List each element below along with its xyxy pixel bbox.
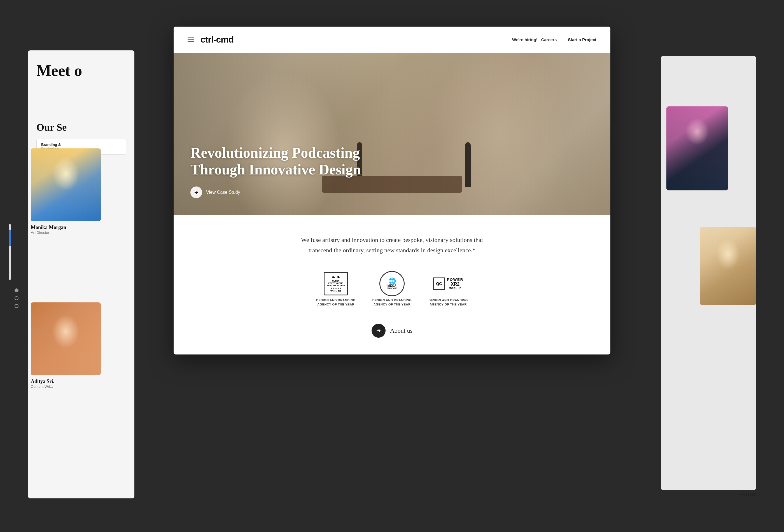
xr2-label: XR2 xyxy=(447,282,464,287)
nav-start-project[interactable]: Start a Project xyxy=(568,37,596,42)
badge-stars: ★★★★★ xyxy=(327,287,345,290)
hero-cta-button[interactable]: View Case Study xyxy=(190,187,364,198)
tagline: We fuse artistry and innovation to creat… xyxy=(294,235,490,256)
scroll-indicator[interactable] xyxy=(9,224,11,280)
person-photo-2 xyxy=(31,302,101,375)
nav-careers[interactable]: We're hiring! Careers xyxy=(512,37,557,42)
hero-section: Revolutionizing Podcasting Through Innov… xyxy=(174,53,610,215)
award-badge-1: ❧ ❧ ULTRAPRESTIGIOUSBEST OF WORLD ★★★★★ … xyxy=(320,273,352,295)
laurel-icon: ❧ ❧ xyxy=(327,275,345,279)
award-badge-3: QC POWER XR2 MODULE xyxy=(433,273,464,295)
person-name-2: Aditya Sri. xyxy=(31,379,101,385)
hero-cta-circle xyxy=(190,187,202,198)
module-label: MODULE xyxy=(447,287,464,289)
person-card-1: Monika Morgan Art Director xyxy=(31,148,101,235)
right-person-photo-1 xyxy=(666,106,728,190)
dot-3[interactable] xyxy=(15,304,19,308)
person-role-1: Art Director xyxy=(31,230,101,235)
award-label-1: DESIGN AND BRANDING AGENCY OF THE YEAR xyxy=(316,298,356,307)
hero-content: Revolutionizing Podcasting Through Innov… xyxy=(190,144,364,198)
arrow-right-icon-about xyxy=(376,328,381,334)
arrow-right-icon xyxy=(194,190,199,195)
meet-heading: Meet o xyxy=(36,62,126,80)
qc-box: QC xyxy=(433,278,445,290)
power-text: POWER XR2 MODULE xyxy=(447,278,464,289)
award-item-2: 🌐 MEGA STANDARD DESIGN AND BRANDING AGEN… xyxy=(372,273,412,307)
hiring-prefix: We're hiring! xyxy=(512,37,538,42)
main-window: ctrl-cmd We're hiring! Careers Start a P… xyxy=(174,27,610,355)
services-heading: Our Se xyxy=(36,121,126,133)
award-label-2: DESIGN AND BRANDING AGENCY OF THE YEAR xyxy=(372,298,412,307)
about-cta-circle xyxy=(371,324,386,338)
logo[interactable]: ctrl-cmd xyxy=(200,34,233,45)
award-item-1: ❧ ❧ ULTRAPRESTIGIOUSBEST OF WORLD ★★★★★ … xyxy=(316,273,356,307)
right-person-photo-2 xyxy=(700,227,756,305)
header: ctrl-cmd We're hiring! Careers Start a P… xyxy=(174,27,610,53)
award-item-3: QC POWER XR2 MODULE DESIGN AND BRANDING … xyxy=(428,273,468,307)
about-cta-label: About us xyxy=(390,327,413,334)
dot-1[interactable] xyxy=(15,288,19,292)
badge-ultra: ULTRAPRESTIGIOUSBEST OF WORLD xyxy=(327,280,345,287)
badge-standard: STANDARD xyxy=(387,287,397,289)
hero-title: Revolutionizing Podcasting Through Innov… xyxy=(190,144,364,178)
person-role-2: Content Wri... xyxy=(31,385,101,389)
body-content: We fuse artistry and innovation to creat… xyxy=(174,215,610,355)
dots-navigation xyxy=(15,288,19,308)
person-photo-1 xyxy=(31,148,101,221)
person-card-2: Aditya Sri. Content Wri... xyxy=(31,302,101,389)
about-us-cta[interactable]: About us xyxy=(371,324,413,338)
right-panel-content xyxy=(661,56,756,190)
award-label-3: DESIGN AND BRANDING AGENCY OF THE YEAR xyxy=(428,298,468,307)
right-person-photo-2-container xyxy=(683,210,756,305)
awards-row: ❧ ❧ ULTRAPRESTIGIOUSBEST OF WORLD ★★★★★ … xyxy=(188,273,596,307)
badge-mega: MEGA xyxy=(388,284,396,287)
hero-cta-label: View Case Study xyxy=(206,190,240,195)
hamburger-menu[interactable] xyxy=(188,37,194,42)
careers-link: Careers xyxy=(541,37,557,42)
award-badge-2: 🌐 MEGA STANDARD xyxy=(376,273,408,295)
dot-2[interactable] xyxy=(15,296,19,300)
badge-winner: WINNER xyxy=(327,290,345,292)
power-label: POWER xyxy=(447,278,464,282)
header-right: We're hiring! Careers Start a Project xyxy=(512,37,596,42)
scroll-thumb xyxy=(9,230,11,246)
person-name-1: Monika Morgan xyxy=(31,225,101,230)
session-text: ssion xyxy=(739,489,756,498)
globe-icon: 🌐 xyxy=(388,278,396,284)
header-left: ctrl-cmd xyxy=(188,34,233,45)
